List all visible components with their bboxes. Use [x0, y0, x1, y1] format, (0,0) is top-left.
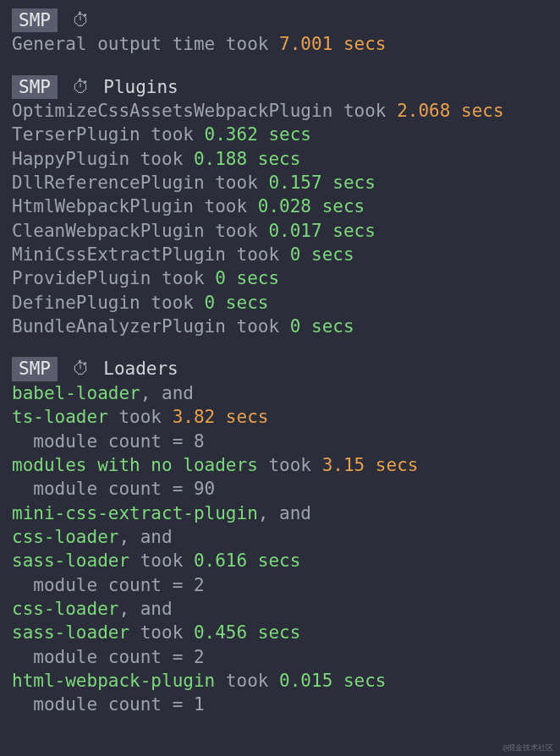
plugin-name: BundleAnalyzerPlugin — [12, 316, 226, 337]
loader-row: modules with no loaders took 3.15 secs — [12, 453, 548, 477]
plugin-row: CleanWebpackPlugin took 0.017 secs — [12, 219, 548, 243]
module-count-label: module count = — [33, 479, 194, 499]
plugin-row: OptimizeCssAssetsWebpackPlugin took 2.06… — [12, 99, 548, 123]
module-count-label: module count = — [33, 431, 194, 452]
module-count-row: module count = 2 — [12, 645, 548, 669]
loader-row: html-webpack-plugin took 0.015 secs — [12, 669, 548, 693]
loader-time: 3.82 secs — [173, 407, 269, 427]
took-label: took — [194, 196, 258, 216]
module-count-row: module count = 8 — [12, 430, 548, 453]
plugin-name: TerserPlugin — [12, 124, 140, 145]
loader-name: css-loader — [12, 599, 118, 619]
loader-name: babel-loader — [12, 383, 140, 403]
plugin-time: 0 secs — [290, 244, 354, 265]
plugin-time: 0.028 secs — [258, 196, 365, 216]
plugin-name: DllReferencePlugin — [12, 173, 205, 193]
loader-suffix: , and — [140, 383, 194, 403]
loader-name: ts-loader — [12, 407, 108, 427]
loader-row: sass-loader took 0.616 secs — [12, 549, 548, 572]
plugin-row: ProvidePlugin took 0 secs — [12, 266, 548, 290]
module-count-label: module count = — [33, 647, 194, 667]
loader-name: mini-css-extract-plugin — [12, 503, 258, 523]
plugin-time: 2.068 secs — [397, 101, 503, 121]
loader-time: 0.616 secs — [194, 551, 300, 571]
general-header: SMP ⏱ — [12, 8, 548, 32]
plugin-row: DllReferencePlugin took 0.157 secs — [12, 171, 548, 194]
took-label: took — [332, 101, 397, 121]
loader-name: sass-loader — [12, 622, 129, 643]
plugins-header-text: Plugins — [103, 77, 178, 97]
smp-badge: SMP — [12, 75, 58, 99]
watermark: @掘金技术社区 — [503, 742, 553, 753]
loaders-list: babel-loader, andts-loader took 3.82 sec… — [12, 381, 548, 717]
plugin-time: 0 secs — [205, 293, 269, 313]
loader-time: 0.015 secs — [279, 671, 386, 691]
smp-badge: SMP — [12, 8, 58, 32]
general-output-time: 7.001 secs — [279, 34, 386, 54]
took-label: took — [129, 622, 194, 643]
loader-suffix: , and — [258, 503, 311, 523]
loader-row: css-loader, and — [12, 597, 548, 621]
plugin-time: 0.188 secs — [194, 149, 300, 169]
module-count-label: module count = — [33, 694, 194, 715]
smp-badge: SMP — [12, 357, 58, 381]
plugin-time: 0.362 secs — [205, 124, 311, 145]
plugin-row: HtmlWebpackPlugin took 0.028 secs — [12, 194, 548, 218]
took-label: took — [129, 149, 194, 169]
loader-row: css-loader, and — [12, 525, 548, 549]
plugins-section: SMP ⏱ Plugins OptimizeCssAssetsWebpackPl… — [12, 75, 548, 339]
module-count-value: 8 — [194, 431, 205, 452]
plugin-row: TerserPlugin took 0.362 secs — [12, 123, 548, 146]
loader-name: modules with no loaders — [12, 455, 258, 475]
took-label: took — [151, 268, 215, 288]
took-label: took — [226, 244, 290, 265]
general-output-label: General output time took — [12, 34, 279, 54]
loader-time: 0.456 secs — [194, 622, 300, 643]
loader-name: css-loader — [12, 527, 118, 547]
stopwatch-icon: ⏱ — [72, 75, 90, 99]
module-count-value: 90 — [194, 479, 215, 499]
plugin-row: HappyPlugin took 0.188 secs — [12, 147, 548, 171]
plugin-time: 0 secs — [290, 316, 354, 337]
module-count-row: module count = 2 — [12, 573, 548, 597]
took-label: took — [205, 221, 269, 241]
stopwatch-icon: ⏱ — [72, 8, 90, 32]
plugin-name: DefinePlugin — [12, 293, 140, 313]
plugin-name: HtmlWebpackPlugin — [12, 196, 194, 216]
plugin-row: MiniCssExtractPlugin took 0 secs — [12, 243, 548, 266]
module-count-value: 2 — [194, 575, 205, 595]
module-count-row: module count = 90 — [12, 477, 548, 501]
module-count-value: 2 — [194, 647, 205, 667]
plugin-row: DefinePlugin took 0 secs — [12, 291, 548, 315]
plugin-name: HappyPlugin — [12, 149, 129, 169]
loaders-section: SMP ⏱ Loaders babel-loader, andts-loader… — [12, 357, 548, 716]
took-label: took — [258, 455, 322, 475]
took-label: took — [140, 293, 205, 313]
plugin-time: 0.157 secs — [268, 173, 375, 193]
loader-row: ts-loader took 3.82 secs — [12, 405, 548, 429]
loader-name: sass-loader — [12, 551, 129, 571]
loader-time: 3.15 secs — [322, 455, 419, 475]
took-label: took — [108, 407, 173, 427]
plugin-time: 0.017 secs — [268, 221, 375, 241]
loader-suffix: , and — [118, 599, 172, 619]
general-output-line: General output time took 7.001 secs — [12, 32, 548, 56]
loaders-header-text: Loaders — [103, 359, 178, 379]
module-count-label: module count = — [33, 575, 194, 595]
loader-name: html-webpack-plugin — [12, 671, 215, 691]
plugin-time: 0 secs — [215, 268, 279, 288]
module-count-value: 1 — [194, 694, 205, 715]
loader-row: sass-loader took 0.456 secs — [12, 621, 548, 644]
took-label: took — [205, 173, 269, 193]
plugin-name: CleanWebpackPlugin — [12, 221, 205, 241]
took-label: took — [140, 124, 205, 145]
module-count-row: module count = 1 — [12, 693, 548, 716]
took-label: took — [226, 316, 290, 337]
loader-row: babel-loader, and — [12, 381, 548, 405]
plugin-name: OptimizeCssAssetsWebpackPlugin — [12, 101, 332, 121]
took-label: took — [129, 551, 194, 571]
plugins-list: OptimizeCssAssetsWebpackPlugin took 2.06… — [12, 99, 548, 338]
general-section: SMP ⏱ General output time took 7.001 sec… — [12, 8, 548, 57]
plugins-header: SMP ⏱ Plugins — [12, 75, 548, 99]
plugin-name: ProvidePlugin — [12, 268, 151, 288]
